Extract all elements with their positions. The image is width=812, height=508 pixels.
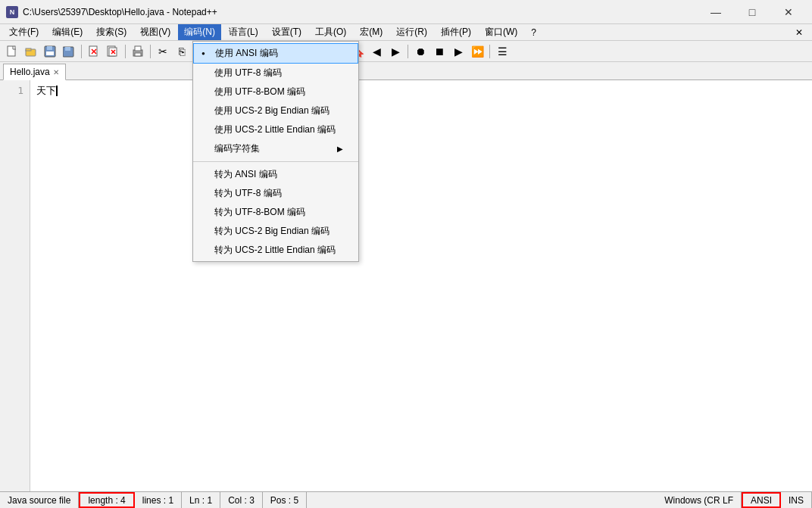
tab-label: Hello.java xyxy=(10,67,50,77)
prev-bookmark-button[interactable]: ◀ xyxy=(367,43,386,60)
print-button[interactable] xyxy=(129,43,147,60)
toolbar-sep-9 xyxy=(489,45,490,58)
toolbar-sep-1 xyxy=(81,45,82,58)
close-all-button[interactable] xyxy=(104,43,122,60)
close-button[interactable]: ✕ xyxy=(771,0,806,24)
encoding-charset[interactable]: 编码字符集 ▶ xyxy=(193,139,358,158)
tab-close-button[interactable]: ✕ xyxy=(53,68,59,76)
status-bar: Java source file length : 4 lines : 1 Ln… xyxy=(0,491,812,508)
menu-tools[interactable]: 工具(O) xyxy=(309,24,352,40)
status-eol: Windows (CR LF xyxy=(657,492,742,508)
new-file-button[interactable] xyxy=(3,43,21,60)
record-macro-button[interactable]: ⏺ xyxy=(411,43,429,60)
svg-rect-7 xyxy=(65,47,70,51)
play-macro-button[interactable]: ▶ xyxy=(449,43,467,60)
encoding-conv-ucs2le[interactable]: 转为 UCS-2 Little Endian 编码 xyxy=(193,241,358,260)
extra-btn-1[interactable]: ☰ xyxy=(493,43,511,60)
status-encoding: ANSI xyxy=(742,492,781,508)
tab-hello-java[interactable]: Hello.java ✕ xyxy=(3,64,66,80)
status-col: Col : 3 xyxy=(220,492,263,508)
menu-close-x[interactable]: ✕ xyxy=(789,26,809,39)
menu-language[interactable]: 语言(L) xyxy=(223,24,264,40)
menu-edit[interactable]: 编辑(E) xyxy=(46,24,89,40)
status-ins: INS xyxy=(781,492,812,508)
encoding-conv-utf8[interactable]: 转为 UTF-8 编码 xyxy=(193,184,358,203)
toolbar-sep-2 xyxy=(125,45,126,58)
menu-view[interactable]: 视图(V) xyxy=(134,24,176,40)
cut-button[interactable]: ✂ xyxy=(154,43,172,60)
toolbar-sep-3 xyxy=(150,45,151,58)
menu-settings[interactable]: 设置(T) xyxy=(266,24,308,40)
menu-help[interactable]: ? xyxy=(525,26,542,39)
svg-rect-5 xyxy=(46,51,54,55)
encoding-conv-utf8bom[interactable]: 转为 UTF-8-BOM 编码 xyxy=(193,203,358,222)
svg-rect-2 xyxy=(26,48,31,51)
encoding-conv-ansi[interactable]: 转为 ANSI 编码 xyxy=(193,165,358,184)
text-cursor xyxy=(56,86,58,96)
tab-bar: Hello.java ✕ xyxy=(0,62,812,80)
app-icon: N xyxy=(6,6,18,18)
toolbar-1: ✂ ⎘ 📋 ↩ ↪ 🔍 🔖 ◀ ▶ ⏺ ⏹ ▶ ⏩ ☰ xyxy=(0,41,812,62)
menu-file[interactable]: 文件(F) xyxy=(3,24,45,40)
window-title: C:\Users\25397\Desktop\Hello.java - Note… xyxy=(23,7,698,17)
status-lines: lines : 1 xyxy=(135,492,182,508)
save-file-button[interactable] xyxy=(41,43,59,60)
open-file-button[interactable] xyxy=(22,43,40,60)
editor-text: 天下 xyxy=(36,83,56,98)
svg-rect-4 xyxy=(47,46,52,50)
menu-plugin[interactable]: 插件(P) xyxy=(435,24,477,40)
line-numbers: 1 xyxy=(0,80,30,491)
status-pos: Pos : 5 xyxy=(263,492,307,508)
svg-rect-0 xyxy=(8,46,15,56)
editor-line-1: 天下 xyxy=(36,83,806,98)
close-file-button[interactable] xyxy=(85,43,103,60)
minimize-button[interactable]: — xyxy=(698,0,733,24)
encoding-use-ucs2be[interactable]: 使用 UCS-2 Big Endian 编码 xyxy=(193,101,358,120)
title-bar: N C:\Users\25397\Desktop\Hello.java - No… xyxy=(0,0,812,24)
line-number-1: 1 xyxy=(0,83,30,98)
status-filetype: Java source file xyxy=(0,492,79,508)
copy-button[interactable]: ⎘ xyxy=(173,43,191,60)
submenu-arrow: ▶ xyxy=(337,145,343,153)
editor-area: 1 天下 xyxy=(0,80,812,491)
menu-run[interactable]: 运行(R) xyxy=(390,24,433,40)
menu-macro[interactable]: 宏(M) xyxy=(354,24,389,40)
editor-content[interactable]: 天下 xyxy=(30,80,812,491)
svg-rect-16 xyxy=(135,46,141,51)
save-all-button[interactable] xyxy=(60,43,78,60)
status-ln: Ln : 1 xyxy=(182,492,220,508)
dropdown-sep xyxy=(193,161,358,162)
window-controls: — □ ✕ xyxy=(698,0,806,24)
menu-bar: 文件(F) 编辑(E) 搜索(S) 视图(V) 编码(N) 语言(L) 设置(T… xyxy=(0,24,812,41)
run-macro-button[interactable]: ⏩ xyxy=(468,43,486,60)
menu-search[interactable]: 搜索(S) xyxy=(90,24,133,40)
status-length: length : 4 xyxy=(79,492,134,508)
encoding-use-utf8bom[interactable]: 使用 UTF-8-BOM 编码 xyxy=(193,83,358,101)
encoding-use-utf8[interactable]: 使用 UTF-8 编码 xyxy=(193,64,358,83)
encoding-use-ansi[interactable]: 使用 ANSI 编码 xyxy=(193,43,358,64)
menu-encoding[interactable]: 编码(N) xyxy=(178,24,221,40)
svg-rect-17 xyxy=(135,53,141,56)
encoding-use-ucs2le[interactable]: 使用 UCS-2 Little Endian 编码 xyxy=(193,120,358,139)
stop-record-button[interactable]: ⏹ xyxy=(430,43,448,60)
toolbar-sep-8 xyxy=(408,45,408,58)
next-bookmark-button[interactable]: ▶ xyxy=(386,43,404,60)
menu-window[interactable]: 窗口(W) xyxy=(479,24,523,40)
maximize-button[interactable]: □ xyxy=(735,0,770,24)
encoding-conv-ucs2be[interactable]: 转为 UCS-2 Big Endian 编码 xyxy=(193,222,358,241)
encoding-dropdown: 使用 ANSI 编码 使用 UTF-8 编码 使用 UTF-8-BOM 编码 使… xyxy=(192,41,359,262)
